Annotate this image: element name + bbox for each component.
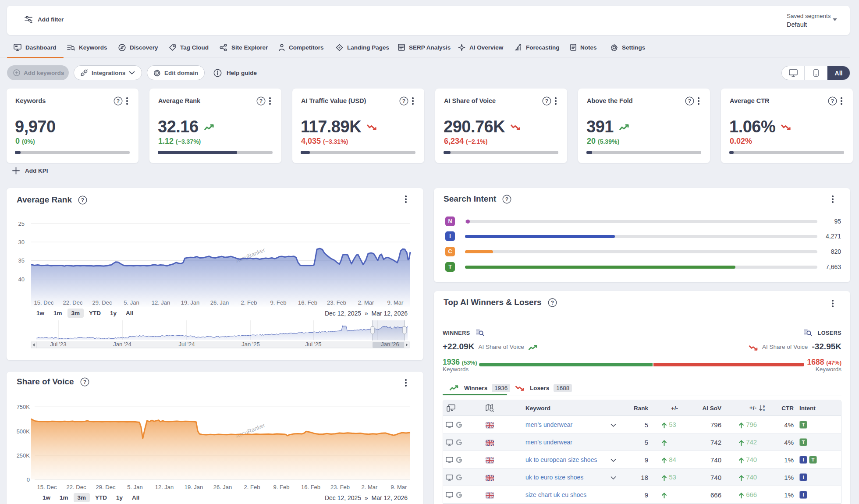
svg-text:?: ? <box>550 299 554 305</box>
svg-text:?: ? <box>831 98 834 104</box>
svg-text:?: ? <box>402 98 405 104</box>
svg-text:?: ? <box>688 98 691 104</box>
svg-text:9: 9 <box>763 405 765 408</box>
svg-text:?: ? <box>117 98 120 104</box>
svg-text:?: ? <box>545 98 548 104</box>
svg-text:?: ? <box>505 196 508 202</box>
svg-text:?: ? <box>81 197 84 203</box>
svg-text:?: ? <box>83 379 86 385</box>
svg-text:0: 0 <box>763 408 765 412</box>
svg-text:?: ? <box>259 98 263 104</box>
